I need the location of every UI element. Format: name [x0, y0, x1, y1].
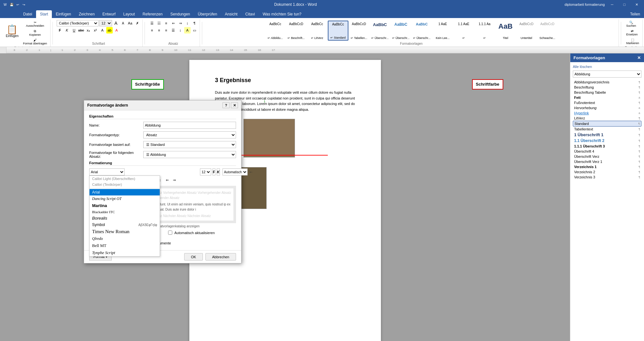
panel-clear-all[interactable]: Alle löschen	[573, 65, 641, 69]
dialog-italic-button[interactable]: K	[217, 168, 220, 175]
close-button[interactable]: ✕	[632, 0, 641, 9]
justify-button[interactable]: ☰	[170, 27, 176, 33]
style-ueberschrift1[interactable]: AaBbC ↵ Überschr...	[370, 21, 390, 41]
underline-button[interactable]: U	[71, 27, 77, 33]
bullet-list-button[interactable]: ☰	[149, 20, 155, 26]
subscript-button[interactable]: x₂	[85, 27, 91, 33]
panel-item-standard[interactable]: Standard ¶	[573, 121, 641, 127]
tab-ueberprufen[interactable]: Überprüfen	[194, 10, 221, 18]
font-item-calibri-text[interactable]: Calibri (Textkörper)	[90, 182, 160, 187]
font-item-tynphe[interactable]: Tynphe Script	[90, 249, 160, 256]
panel-item-ueberschrift-verz[interactable]: Überschrift Verz ¶	[573, 154, 641, 159]
tab-sendungen[interactable]: Sendungen	[166, 10, 194, 18]
style-ueberschrift2[interactable]: AaBbC ↵ Überschr...	[391, 21, 411, 41]
panel-close-button[interactable]: ✕	[637, 55, 641, 60]
text-effect-button[interactable]: A	[99, 27, 106, 33]
tab-start[interactable]: Start	[36, 10, 52, 18]
strikethrough-button[interactable]: abe	[78, 27, 84, 33]
replace-button[interactable]: ⇄ Ersetzen	[625, 29, 639, 37]
select-button[interactable]: ⬚ Markieren	[625, 37, 640, 45]
dialog-ok-button[interactable]: OK	[184, 253, 203, 260]
change-case-button[interactable]: Aa	[127, 20, 133, 26]
style-abbildung[interactable]: AaBbCc ↵ Abbildu...	[265, 21, 286, 41]
tab-layout[interactable]: Layout	[119, 10, 139, 18]
style-untertitel[interactable]: AaBbCcD Untertitel	[516, 21, 537, 41]
font-item-arial[interactable]: Arial	[90, 189, 160, 195]
font-family-select[interactable]: Calibri (Textkörper)	[57, 20, 99, 26]
dialog-help-button[interactable]: ?	[223, 102, 230, 108]
dialog-close-button[interactable]: ✕	[231, 102, 238, 108]
panel-item-tabellentext[interactable]: Tabellentext ¶	[573, 127, 641, 132]
panel-item-verzeichnis2[interactable]: Verzeichnis 2 ¶	[573, 169, 641, 175]
share-button[interactable]: Teilen	[626, 10, 644, 18]
style-1-aa[interactable]: 1.1 AaE ↵	[453, 21, 474, 41]
dialog-basiert-select[interactable]: ☰ Standard	[143, 141, 236, 148]
format-painter-button[interactable]: 🖌 Format übertragen	[22, 38, 48, 46]
search-button[interactable]: 🔍 Suchen	[625, 20, 638, 28]
decrease-font-button[interactable]: A	[120, 20, 126, 26]
style-tabellen[interactable]: AaBbCcD ↵ Tabellen...	[349, 21, 369, 41]
dialog-auto-update-checkbox[interactable]	[168, 231, 172, 235]
panel-item-ueberschrift-verz1[interactable]: Überschrift Verz 1 ¶	[573, 159, 641, 164]
copy-button[interactable]: ⧉ Kopieren	[22, 29, 48, 37]
dialog-name-input[interactable]	[143, 122, 236, 129]
increase-font-button[interactable]: A	[113, 20, 119, 26]
font-item-dancing[interactable]: Dancing Script OT	[90, 195, 160, 202]
font-item-bell-mt[interactable]: Bell MT	[90, 242, 160, 249]
style-litverz[interactable]: AaBbCc ↵ LitVerz	[307, 21, 327, 41]
dialog-typ-select[interactable]: Absatz	[143, 131, 236, 138]
style-kein-leerzeichen[interactable]: 1 AaE Kein Lee...	[432, 21, 453, 41]
panel-item-fett[interactable]: Fett a	[573, 95, 641, 100]
tab-zeichnen[interactable]: Zeichnen	[75, 10, 99, 18]
numbered-list-button[interactable]: ☷	[156, 20, 162, 26]
tab-datei[interactable]: Datei	[19, 10, 36, 18]
panel-item-beschriftung-tabelle[interactable]: Beschriftung Tabelle ¶	[573, 90, 641, 95]
dialog-decrease-indent-button[interactable]: ⇐	[164, 177, 170, 183]
dialog-bold-button[interactable]: F	[213, 168, 215, 175]
tab-citavi[interactable]: Citavi	[242, 10, 259, 18]
font-item-calibri-light[interactable]: Calibri Light (Überschriften)	[90, 176, 160, 182]
panel-item-fussnotentext[interactable]: Fußnotentext ¶	[573, 100, 641, 105]
tab-einfuegen[interactable]: Einfügen	[52, 10, 75, 18]
sort-button[interactable]: ↕	[184, 20, 191, 26]
save-icon[interactable]: 💾	[9, 2, 14, 7]
font-item-martina[interactable]: Martina	[90, 202, 160, 209]
doc-scroll[interactable]: 3 Ergebnisse Duis aute irure dolor in re…	[0, 53, 570, 341]
panel-item-abbildungsverzeichnis[interactable]: Abbildungsverzeichnis ¶	[573, 80, 641, 85]
paste-button[interactable]: 📋 Einfügen	[3, 20, 21, 43]
panel-item-verzeichnis1[interactable]: Verzeichnis 1 ¶	[573, 164, 641, 169]
tab-referenzen[interactable]: Referenzen	[139, 10, 166, 18]
line-spacing-button[interactable]: ↕	[177, 27, 184, 33]
dialog-increase-indent-button[interactable]: ⇒	[171, 177, 177, 183]
style-111[interactable]: 1.1.1 Aa ↵	[474, 21, 495, 41]
font-color-button[interactable]: A	[113, 27, 120, 33]
panel-item-beschriftung[interactable]: Beschriftung ¶	[573, 85, 641, 90]
style-schwache[interactable]: AaBbCcD Schwache...	[537, 21, 558, 41]
panel-item-ueberschrift1[interactable]: 1 Überschrift 1 ¶	[573, 132, 641, 138]
tab-entwurf[interactable]: Entwurf	[99, 10, 119, 18]
style-large-a[interactable]: AaB Titel	[495, 21, 516, 41]
undo-icon[interactable]: ↩	[15, 2, 20, 7]
minimize-button[interactable]: ─	[607, 0, 617, 9]
panel-item-verzeichnis3[interactable]: Verzeichnis 3 ¶	[573, 175, 641, 180]
dialog-cancel-button[interactable]: Abbrechen	[205, 253, 236, 260]
font-item-times-new-roman[interactable]: Times New Roman	[90, 228, 160, 235]
dialog-folgend-select[interactable]: ☰ Abbildung	[143, 151, 236, 158]
clear-format-button[interactable]: ✗	[134, 20, 140, 26]
superscript-button[interactable]: x²	[92, 27, 99, 33]
align-left-button[interactable]: ≡	[149, 27, 155, 33]
show-marks-button[interactable]: ¶	[191, 20, 198, 26]
border-button[interactable]: ▭	[191, 27, 198, 33]
font-item-blackadder[interactable]: Blackadder ITC	[90, 209, 160, 215]
panel-item-ueberschrift4[interactable]: Überschrift 4 ¶	[573, 149, 641, 154]
dialog-size-select[interactable]: 12	[200, 168, 211, 175]
tab-ansicht[interactable]: Ansicht	[221, 10, 241, 18]
text-highlight-button[interactable]: ab	[106, 27, 113, 33]
maximize-button[interactable]: □	[620, 0, 629, 9]
panel-item-hyperlink[interactable]: Hyperlink a	[573, 110, 641, 116]
increase-indent-button[interactable]: ⇒	[177, 20, 184, 26]
panel-item-litverz[interactable]: LitVerz ¶	[573, 116, 641, 121]
multilevel-list-button[interactable]: ≡	[163, 20, 169, 26]
italic-button[interactable]: K	[64, 27, 70, 33]
style-beschriftung[interactable]: AaBbCcD ↵ Beschrift...	[286, 21, 307, 41]
